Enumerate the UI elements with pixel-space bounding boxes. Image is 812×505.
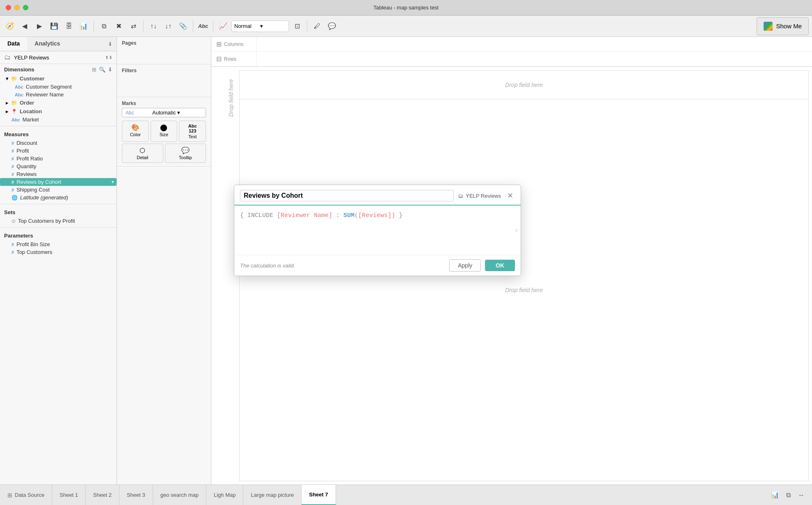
back-btn[interactable]: ◀ (18, 20, 31, 33)
field-profit-ratio[interactable]: # Profit Ratio (0, 155, 117, 162)
close-dot[interactable] (6, 5, 11, 10)
tab-sheet-3[interactable]: Sheet 3 (119, 485, 153, 505)
new-worksheet-btn[interactable]: 📊 (77, 20, 90, 33)
separator-2 (143, 21, 144, 32)
tab-large-map[interactable]: Large map picture (243, 485, 302, 505)
rows-drop-area[interactable] (256, 52, 812, 66)
label-btn[interactable]: Abc (197, 20, 210, 33)
dialog-close-button[interactable]: ✕ (505, 191, 515, 201)
marks-section: Marks Abc Automatic 🎨 Color ⬤ Size (117, 97, 211, 167)
sort-asc-btn[interactable]: ↑↓ (147, 20, 160, 33)
field-reviews[interactable]: # Reviews (0, 170, 117, 178)
add-datasource-btn[interactable]: 🗄 (62, 20, 75, 33)
tab-geo-search-map[interactable]: geo search map (153, 485, 206, 505)
tab-sheet-1-label: Sheet 1 (59, 492, 78, 498)
show-me-icon (764, 22, 773, 31)
marks-grid-2: ⬡ Detail 💬 Tooltip (122, 144, 206, 163)
dropdown-arrow[interactable]: ▾ (112, 179, 114, 185)
tab-ligh-map[interactable]: Ligh Map (206, 485, 243, 505)
size-label: Size (160, 132, 168, 137)
datasource-row[interactable]: 🗂 YELP Reviews ⬆⬇ (0, 51, 117, 64)
dialog-datasource-name: YELP Reviews (466, 193, 501, 199)
tab-sheet-1[interactable]: Sheet 1 (52, 485, 86, 505)
field-name: Top Customers (16, 249, 52, 255)
calculated-field-dialog[interactable]: 🗂 YELP Reviews ✕ { INCLUDE [Reviewer Nam… (234, 185, 521, 276)
field-discount[interactable]: # Discount (0, 139, 117, 147)
hash-icon: # (11, 141, 14, 146)
show-me-button[interactable]: Show Me (757, 17, 809, 35)
canvas-top-drop[interactable]: Drop field here (240, 71, 808, 99)
format-btn[interactable]: 🖊 (311, 20, 324, 33)
hash-icon: # (11, 164, 14, 169)
tab-sheet-2[interactable]: Sheet 2 (86, 485, 119, 505)
field-customer-segment[interactable]: Abc Customer Segment (3, 83, 117, 91)
dialog-apply-button[interactable]: Apply (449, 259, 481, 272)
field-profit[interactable]: # Profit (0, 147, 117, 155)
dialog-body[interactable]: { INCLUDE [Reviewer Name] : SUM([Reviews… (234, 206, 521, 255)
search-icon[interactable]: 🔍 (99, 66, 105, 73)
duplicate-btn[interactable]: ⧉ (97, 20, 110, 33)
tooltip-toggle-btn[interactable]: 💬 (325, 20, 339, 33)
field-latitude[interactable]: 🌐 Latitude (generated) (0, 194, 117, 201)
field-profit-bin-size[interactable]: # Profit Bin Size (0, 240, 117, 248)
marks-type-dropdown[interactable]: Abc Automatic (122, 108, 206, 117)
field-name: Reviews by Cohort (16, 179, 61, 185)
tab-sheet-7[interactable]: Sheet 7 (302, 485, 336, 505)
left-panel-arrow[interactable]: ⬇ (108, 37, 117, 51)
marks-color-btn[interactable]: 🎨 Color (122, 121, 149, 142)
save-btn[interactable]: 💾 (48, 20, 61, 33)
dialog-title-input[interactable] (240, 190, 454, 201)
canvas-bottom-drop[interactable]: Drop field here (240, 99, 808, 481)
customer-group-header[interactable]: 📁 Customer (3, 74, 117, 83)
field-top-customers-param[interactable]: # Top Customers (0, 248, 117, 256)
field-quantity[interactable]: # Quantity (0, 162, 117, 170)
tooltip-icon: 💬 (181, 146, 190, 154)
tab-data[interactable]: Data (0, 37, 27, 51)
maximize-dot[interactable] (23, 5, 28, 10)
columns-drop-area[interactable] (256, 37, 812, 51)
detail-label: Detail (137, 155, 148, 160)
add-sheet-btn[interactable]: 📊 (769, 489, 781, 501)
tab-data-source[interactable]: ⊞ Data Source (0, 485, 52, 505)
field-top-customers[interactable]: ⊙ Top Customers by Profit (0, 217, 117, 225)
marks-size-btn[interactable]: ⬤ Size (151, 121, 178, 142)
folder-icon: 📁 (11, 76, 17, 82)
dialog-footer: The calculation is valid. Apply OK (234, 255, 521, 276)
field-name: Shipping Cost (16, 187, 50, 193)
text-icon: Abc123 (188, 123, 197, 133)
location-group-header[interactable]: 📍 Location (3, 107, 117, 116)
forward-btn[interactable]: ▶ (33, 20, 46, 33)
marks-text-btn[interactable]: Abc123 Text (179, 121, 206, 142)
marks-tooltip-btn[interactable]: 💬 Tooltip (165, 144, 206, 163)
normal-select[interactable]: Normal (231, 21, 289, 32)
detail-icon: ⬡ (140, 146, 145, 154)
show-me-label: Show Me (776, 23, 802, 30)
attach-btn[interactable]: 📎 (176, 20, 190, 33)
field-reviews-by-cohort[interactable]: # Reviews by Cohort ▾ (0, 178, 117, 186)
tab-analytics[interactable]: Analytics (27, 37, 67, 51)
filters-drop[interactable] (122, 75, 206, 88)
sort-desc-btn[interactable]: ↓↑ (162, 20, 175, 33)
datasource-name: YELP Reviews (14, 55, 102, 61)
formula-area[interactable]: { INCLUDE [Reviewer Name] : SUM([Reviews… (240, 211, 515, 244)
field-shipping-cost[interactable]: # Shipping Cost (0, 186, 117, 194)
field-market[interactable]: Abc Market (0, 116, 117, 123)
clear-btn[interactable]: ✖ (112, 20, 125, 33)
duplicate-sheet-btn[interactable]: ⧉ (782, 489, 794, 501)
tab-sheet-7-label: Sheet 7 (309, 491, 328, 498)
field-name: Profit (16, 148, 29, 154)
field-reviewer-name[interactable]: Abc Reviewer Name (3, 91, 117, 98)
compass-btn[interactable]: 🧭 (3, 20, 16, 33)
sort-icon[interactable]: ⬇ (108, 66, 112, 73)
swap-btn[interactable]: ⇄ (127, 20, 140, 33)
order-group: 📁 Order (0, 98, 117, 107)
dialog-ok-button[interactable]: OK (485, 260, 515, 271)
move-sheet-btn[interactable]: ↔ (796, 489, 807, 501)
fit-btn[interactable]: ⊡ (290, 20, 304, 33)
order-group-header[interactable]: 📁 Order (3, 98, 117, 107)
grid-icon[interactable]: ⊞ (92, 66, 96, 73)
chart-type-btn[interactable]: 📈 (217, 20, 230, 33)
minimize-dot[interactable] (14, 5, 20, 10)
marks-detail-btn[interactable]: ⬡ Detail (122, 144, 163, 163)
pages-drop[interactable] (122, 48, 206, 61)
